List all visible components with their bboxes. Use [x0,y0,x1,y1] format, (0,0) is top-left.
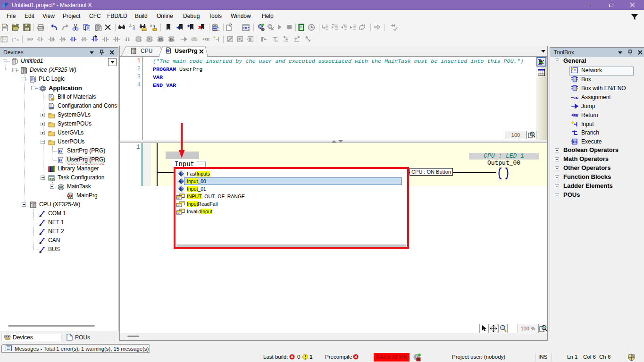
svg-text:R: R [62,37,65,42]
svg-text:S: S [51,37,53,42]
svg-text:(*x*): (*x*) [11,38,19,42]
svg-text:Ex: Ex [573,140,577,143]
svg-text:P: P [239,38,241,41]
svg-text:EN: EN [573,87,577,90]
svg-text:RET: RET [205,38,210,41]
svg-text:A: A [150,24,152,27]
svg-text:RET: RET [574,114,578,117]
svg-text:EN: EN [159,38,163,41]
svg-text:?: ? [574,77,576,82]
svg-text:Ex: Ex [170,38,174,41]
svg-text:VAR: VAR [573,96,579,100]
svg-text:LIO: LIO [192,38,196,41]
svg-text:?: ? [148,38,150,41]
svg-text:A: A [129,24,132,27]
svg-text:-VAR: -VAR [25,37,33,42]
svg-text:S: S [249,38,251,41]
